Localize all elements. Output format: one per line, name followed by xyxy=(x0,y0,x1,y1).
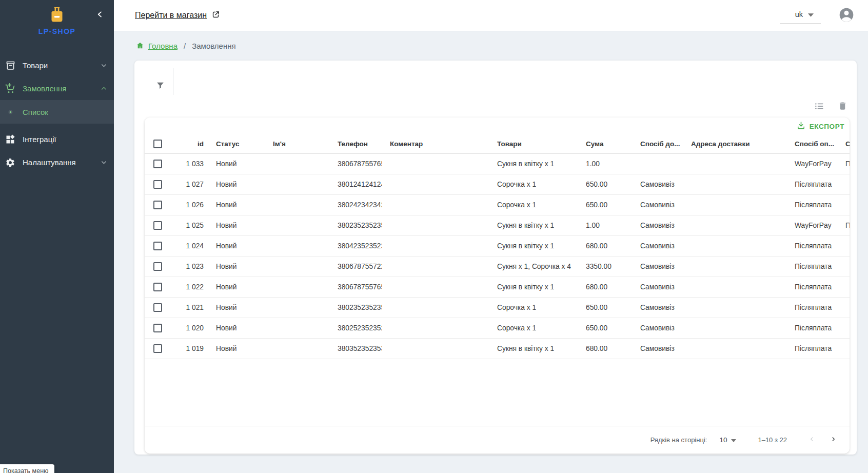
column-header-products[interactable]: Товари xyxy=(489,135,578,153)
sidebar-item-label: Налаштування xyxy=(23,158,98,167)
cell-sum: 680.00 xyxy=(578,235,632,256)
chevron-right-icon xyxy=(831,435,836,445)
row-checkbox[interactable] xyxy=(153,303,162,312)
cell-name xyxy=(265,318,329,338)
table-header-row: id Статус Ім'я Телефон Коментар Товари С… xyxy=(145,135,850,153)
row-checkbox[interactable] xyxy=(153,344,162,353)
row-checkbox[interactable] xyxy=(153,160,162,168)
delete-button[interactable] xyxy=(835,100,850,114)
sidebar-collapse-button[interactable] xyxy=(93,8,107,22)
cell-products: Сукня в квітку x 1 xyxy=(489,338,578,359)
cell-products: Сукня x 1, Сорочка x 4 xyxy=(489,256,578,277)
download-icon xyxy=(797,121,805,131)
row-checkbox[interactable] xyxy=(153,283,162,291)
column-header-payment-status[interactable]: С xyxy=(837,135,850,153)
next-page-button[interactable] xyxy=(826,433,840,447)
table-row[interactable]: 1 033Новий380678755765Сукня в квітку x 1… xyxy=(145,153,850,174)
trash-icon xyxy=(838,101,847,112)
row-checkbox[interactable] xyxy=(153,324,162,332)
sidebar-item-integrations[interactable]: Інтеграції xyxy=(0,128,114,151)
cell-products: Сорочка x 1 xyxy=(489,318,578,338)
column-header-sum[interactable]: Сума xyxy=(578,135,632,153)
cell-sum: 3350.00 xyxy=(578,256,632,277)
pagination: Рядків на сторінці: 10 1–10 з 22 xyxy=(145,426,850,454)
caret-down-icon xyxy=(731,436,736,444)
chevron-left-icon xyxy=(809,435,815,445)
account-avatar-button[interactable] xyxy=(838,7,855,25)
column-header-comment[interactable]: Коментар xyxy=(382,135,489,153)
table-row[interactable]: 1 024Новий380423523523Сукня в квітку x 1… xyxy=(145,235,850,256)
sidebar-nav: Товари Замовлення Список xyxy=(0,54,114,174)
cell-products: Сорочка x 1 xyxy=(489,174,578,194)
cell-id: 1 022 xyxy=(170,277,208,297)
column-header-name[interactable]: Ім'я xyxy=(265,135,329,153)
list-toolbar xyxy=(134,61,857,117)
cell-phone: 380423523523 xyxy=(329,235,382,256)
column-header-id[interactable]: id xyxy=(170,135,208,153)
column-header-payment[interactable]: Спосіб оп... xyxy=(786,135,837,153)
show-menu-tooltip: Показать меню xyxy=(0,464,54,473)
table-row[interactable]: 1 025Новий380235235235Сукня в квітку x 1… xyxy=(145,215,850,235)
table-row[interactable]: 1 023Новий380678755722Сукня x 1, Сорочка… xyxy=(145,256,850,277)
column-header-status[interactable]: Статус xyxy=(208,135,265,153)
table-row[interactable]: 1 020Новий380252352352Сорочка x 1650.00С… xyxy=(145,318,850,338)
breadcrumb-home-link[interactable]: Головна xyxy=(136,42,177,51)
table-row[interactable]: 1 022Новий380678755765Сукня в квітку x 1… xyxy=(145,277,850,297)
sidebar-item-settings[interactable]: Налаштування xyxy=(0,151,114,174)
table-row[interactable]: 1 026Новий380242342342Сорочка x 1650.00С… xyxy=(145,194,850,215)
sidebar: LP-SHOP Товари Замовлення xyxy=(0,0,114,473)
cell-id: 1 021 xyxy=(170,297,208,318)
table-row[interactable]: 1 027Новий380124124124Сорочка x 1650.00С… xyxy=(145,174,850,194)
go-to-store-link[interactable]: Перейти в магазин xyxy=(135,10,220,21)
language-select[interactable]: uk xyxy=(780,7,821,24)
cart-plus-icon xyxy=(4,83,16,94)
column-list-button[interactable] xyxy=(812,100,826,114)
cell-status: Новий xyxy=(208,297,265,318)
select-all-checkbox[interactable] xyxy=(153,140,162,148)
cell-id: 1 024 xyxy=(170,235,208,256)
account-circle-icon xyxy=(838,7,855,25)
column-header-phone[interactable]: Телефон xyxy=(329,135,382,153)
cell-comment xyxy=(382,338,489,359)
sidebar-item-orders[interactable]: Замовлення xyxy=(0,77,114,100)
sidebar-item-label: Список xyxy=(23,108,48,116)
list-columns-icon xyxy=(814,101,824,113)
export-button[interactable]: ЕКСПОРТ xyxy=(797,121,844,131)
datagrid-paper: ЕКСПОРТ id Статус Ім'я xyxy=(145,117,850,454)
cell-payment_status xyxy=(837,174,850,194)
cell-delivery: Самовивіз xyxy=(632,318,683,338)
rows-per-page-select[interactable]: 10 xyxy=(719,436,736,444)
export-label: ЕКСПОРТ xyxy=(810,123,844,130)
column-header-delivery[interactable]: Спосіб до... xyxy=(632,135,683,153)
sidebar-item-label: Інтеграції xyxy=(23,135,98,144)
row-checkbox[interactable] xyxy=(153,262,162,271)
previous-page-button[interactable] xyxy=(804,433,819,447)
cell-payment_status xyxy=(837,277,850,297)
chevron-up-icon xyxy=(98,85,109,92)
row-checkbox[interactable] xyxy=(153,180,162,189)
column-header-address[interactable]: Адреса доставки xyxy=(683,135,786,153)
row-checkbox[interactable] xyxy=(153,221,162,230)
cell-id: 1 027 xyxy=(170,174,208,194)
cell-status: Новий xyxy=(208,153,265,174)
chevron-down-icon xyxy=(98,159,109,166)
cell-products: Сорочка x 1 xyxy=(489,297,578,318)
cell-comment xyxy=(382,215,489,235)
cell-products: Сукня в квітку x 1 xyxy=(489,235,578,256)
cell-name xyxy=(265,256,329,277)
sidebar-item-orders-list[interactable]: Список xyxy=(0,100,114,124)
row-checkbox[interactable] xyxy=(153,201,162,209)
table-row[interactable]: 1 021Новий380235235235Сорочка x 1650.00С… xyxy=(145,297,850,318)
cell-delivery: Самовивіз xyxy=(632,256,683,277)
language-value: uk xyxy=(795,10,803,18)
row-checkbox[interactable] xyxy=(153,242,162,250)
sidebar-item-products[interactable]: Товари xyxy=(0,54,114,77)
cell-payment_status: П xyxy=(837,215,850,235)
filter-button[interactable] xyxy=(153,79,167,93)
table-row[interactable]: 1 019Новий380352352353Сукня в квітку x 1… xyxy=(145,338,850,359)
cell-delivery: Самовивіз xyxy=(632,174,683,194)
main-content: Головна / Замовлення xyxy=(114,31,868,473)
cell-status: Новий xyxy=(208,256,265,277)
cell-comment xyxy=(382,256,489,277)
cell-phone: 380252352352 xyxy=(329,318,382,338)
